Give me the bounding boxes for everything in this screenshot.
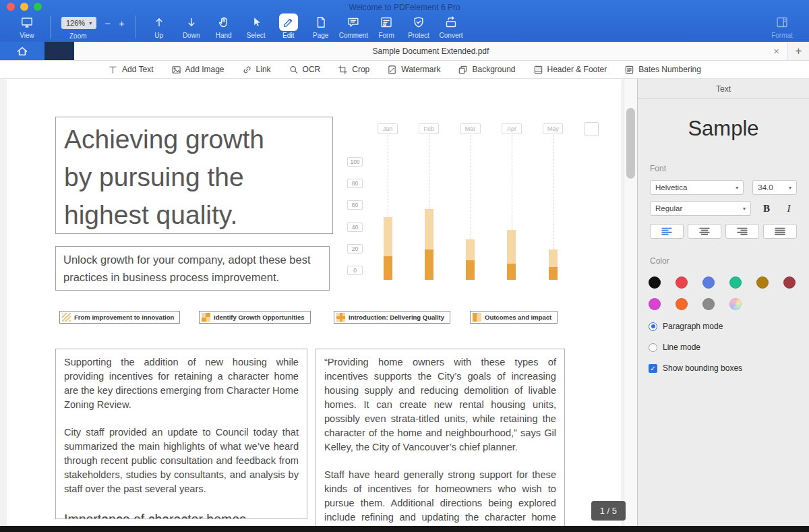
connector-line xyxy=(471,135,471,239)
toolbar-separator xyxy=(136,16,136,38)
align-left-button[interactable] xyxy=(650,224,684,239)
select-button[interactable]: Select xyxy=(242,13,270,39)
zoom-window-button[interactable] xyxy=(34,3,42,11)
right-text-column[interactable]: “Providing home owners with these types … xyxy=(316,349,565,526)
minimize-window-button[interactable] xyxy=(20,3,28,11)
up-button[interactable]: Up xyxy=(145,13,173,39)
new-tab-button[interactable]: + xyxy=(787,42,809,60)
close-tab-icon[interactable]: × xyxy=(773,46,779,56)
chip-delivering-quality[interactable]: Introduction: Delivering Quality xyxy=(334,311,450,324)
color-swatch[interactable] xyxy=(676,276,688,289)
color-swatch[interactable] xyxy=(676,298,688,310)
comment-bubble-icon xyxy=(344,13,363,31)
color-swatch[interactable] xyxy=(702,298,715,310)
document-viewport: Achieving growth by pursuing the highest… xyxy=(0,79,624,526)
font-size-dropdown[interactable]: 34.0 ▾ xyxy=(752,180,797,195)
form-button[interactable]: Form xyxy=(372,13,400,39)
radio-selected-icon xyxy=(649,322,657,331)
link-icon xyxy=(242,65,252,75)
hand-icon xyxy=(214,13,233,31)
month-label: Apr xyxy=(502,123,522,134)
background-button[interactable]: Background xyxy=(458,65,515,75)
chart-bar xyxy=(425,209,433,280)
document-tab[interactable]: Sample Document Extended.pdf × xyxy=(74,42,787,60)
bold-button[interactable]: B xyxy=(760,203,773,214)
tab-accent-strip xyxy=(44,42,74,60)
header-footer-icon: 123 xyxy=(533,65,543,75)
italic-button[interactable]: I xyxy=(782,203,796,214)
down-button[interactable]: Down xyxy=(177,13,206,39)
view-button[interactable]: View xyxy=(13,13,41,39)
scrollbar-thumb[interactable] xyxy=(626,108,635,179)
color-swatches xyxy=(638,276,809,310)
subheading-text-block[interactable]: Unlock growth for your company, adopt th… xyxy=(55,246,330,291)
connector-line xyxy=(512,135,512,230)
pdf-page: Achieving growth by pursuing the highest… xyxy=(7,79,621,526)
chart-bar xyxy=(384,217,392,280)
color-swatch[interactable] xyxy=(783,276,796,289)
color-swatch[interactable] xyxy=(649,276,661,289)
down-icon xyxy=(182,13,201,31)
add-text-button[interactable]: Add Text xyxy=(108,65,153,75)
align-right-button[interactable] xyxy=(725,224,759,239)
bates-numbering-button[interactable]: Bates Numbering xyxy=(624,65,701,75)
add-image-button[interactable]: Add Image xyxy=(171,65,224,75)
edit-button[interactable]: Edit xyxy=(274,13,303,39)
protect-button[interactable]: Protect xyxy=(404,13,433,39)
chart-bar xyxy=(507,230,516,280)
paragraph-mode-option[interactable]: Paragraph mode xyxy=(638,322,809,331)
chevron-down-icon: ▾ xyxy=(736,185,738,191)
font-style-dropdown[interactable]: Regular ▾ xyxy=(650,201,751,216)
crop-button[interactable]: Crop xyxy=(338,65,369,75)
page-icon xyxy=(311,13,330,31)
hand-button[interactable]: Hand xyxy=(210,13,238,39)
document-tab-title: Sample Document Extended.pdf xyxy=(74,47,787,56)
comment-button[interactable]: Comment xyxy=(339,13,368,39)
diagonal-stripes-icon xyxy=(62,313,71,322)
header-footer-button[interactable]: 123 Header & Footer xyxy=(533,65,607,75)
toolbar-separator xyxy=(50,16,51,38)
y-axis-tick: 40 xyxy=(347,223,363,232)
window-title: Welcome to PDFelement 6 Pro xyxy=(0,0,809,13)
y-axis-tick: 20 xyxy=(347,244,363,254)
chip-improvement-to-innovation[interactable]: From Improvement to Innovation xyxy=(59,311,180,324)
font-family-dropdown[interactable]: Helvetica ▾ xyxy=(650,180,744,195)
watermark-button[interactable]: Watermark xyxy=(387,65,440,75)
zoom-control: 126% ▾ − + Zoom xyxy=(61,16,125,40)
up-icon xyxy=(150,13,169,31)
rainbow-swatch[interactable] xyxy=(729,298,742,310)
link-button[interactable]: Link xyxy=(242,65,271,75)
chip-outcomes-impact[interactable]: Outcomes and Impact xyxy=(470,311,558,324)
color-swatch[interactable] xyxy=(729,276,742,289)
close-window-button[interactable] xyxy=(7,3,15,11)
document-scrollbar[interactable] xyxy=(624,79,637,526)
zoom-level-dropdown[interactable]: 126% ▾ xyxy=(61,17,96,29)
month-label: Jan xyxy=(378,123,398,134)
y-axis-tick: 100 xyxy=(347,157,363,167)
show-bounding-boxes-option[interactable]: ✓ Show bounding boxes xyxy=(638,363,809,373)
color-swatch[interactable] xyxy=(649,298,661,310)
zoom-out-button[interactable]: − xyxy=(104,18,111,28)
align-justify-button[interactable] xyxy=(763,224,797,239)
align-center-icon xyxy=(699,227,710,235)
home-tab[interactable] xyxy=(0,42,44,60)
chevron-down-icon: ▾ xyxy=(89,20,92,26)
page-button[interactable]: Page xyxy=(307,13,335,39)
convert-button[interactable]: Convert xyxy=(437,13,465,39)
ocr-button[interactable]: OCR xyxy=(289,65,321,75)
left-text-column[interactable]: Supporting the addition of new housing w… xyxy=(55,349,307,519)
quad-grid-icon xyxy=(202,313,210,322)
color-swatch[interactable] xyxy=(702,276,715,289)
color-swatch[interactable] xyxy=(756,276,769,289)
growth-chart[interactable]: 100806040200JanFebMarAprMay xyxy=(347,119,607,288)
chip-growth-opportunities[interactable]: Identify Growth Opportunities xyxy=(199,311,311,324)
align-center-button[interactable] xyxy=(688,224,721,239)
page-indicator: 1 / 5 xyxy=(591,501,626,521)
zoom-in-button[interactable]: + xyxy=(119,18,125,28)
chevron-down-icon: ▾ xyxy=(789,185,791,191)
protect-shield-icon xyxy=(409,13,428,31)
line-mode-option[interactable]: Line mode xyxy=(638,343,809,352)
heading-text-block[interactable]: Achieving growth by pursuing the highest… xyxy=(55,117,333,234)
pdfelement-window: Welcome to PDFelement 6 Pro View 126% ▾ … xyxy=(0,0,809,532)
format-button[interactable]: Format xyxy=(768,13,796,39)
